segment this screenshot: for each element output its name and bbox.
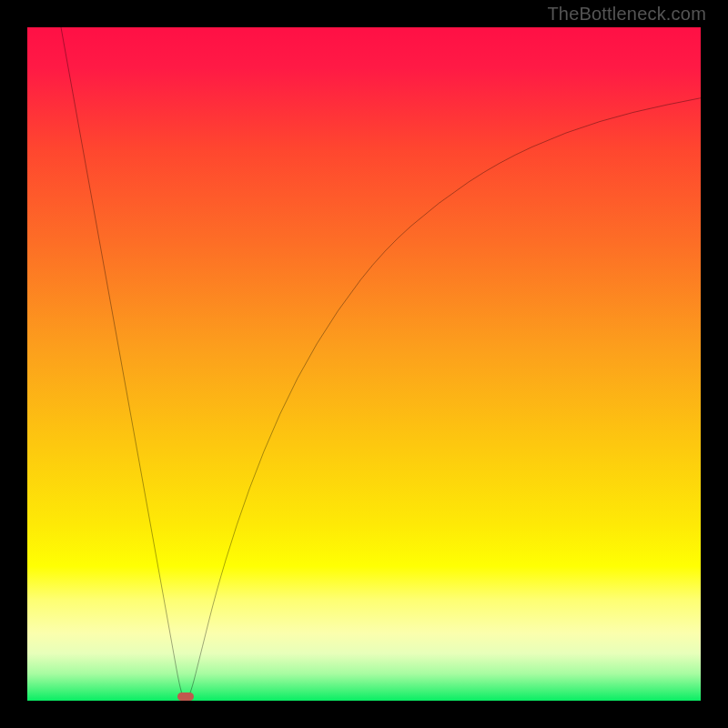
chart-frame: TheBottleneck.com: [0, 0, 728, 728]
watermark-text: TheBottleneck.com: [547, 4, 706, 25]
minimum-marker: [177, 693, 195, 701]
curve-layer: [27, 27, 701, 701]
bottleneck-curve: [61, 27, 701, 701]
plot-area: [27, 27, 701, 701]
